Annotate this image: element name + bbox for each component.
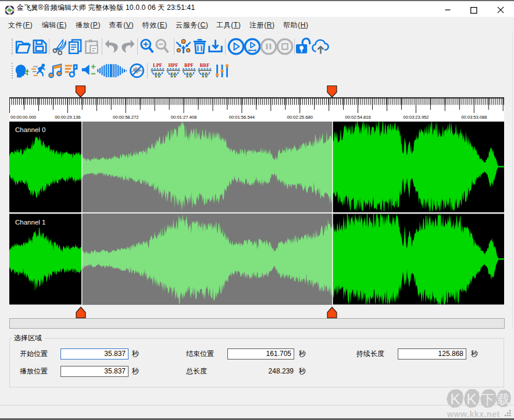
svg-text:BRF: BRF	[200, 62, 210, 68]
svg-text:载: 载	[497, 392, 510, 407]
svg-text:00:02:25.680: 00:02:25.680	[287, 115, 313, 120]
svg-text:00:02:54.816: 00:02:54.816	[345, 115, 370, 120]
svg-text:LPF: LPF	[153, 62, 162, 68]
svg-text:00:00:00.000: 00:00:00.000	[10, 115, 36, 120]
svg-text:K: K	[466, 390, 477, 408]
svg-text:Channel 0: Channel 0	[15, 126, 45, 133]
svg-text:HPF: HPF	[169, 62, 179, 68]
svg-text:00:01:56.544: 00:01:56.544	[229, 115, 255, 120]
svg-text:下: 下	[481, 392, 495, 407]
svg-text:BPF: BPF	[184, 62, 194, 68]
svg-text:K: K	[450, 390, 461, 408]
svg-text:00:00:58.272: 00:00:58.272	[113, 115, 138, 120]
svg-text:00:01:27.408: 00:01:27.408	[171, 115, 197, 120]
svg-text:00:03:23.952: 00:03:23.952	[403, 115, 429, 120]
svg-text:Channel 1: Channel 1	[15, 219, 45, 226]
svg-text:00:03:53.088: 00:03:53.088	[461, 115, 487, 120]
svg-text:00:00:29.136: 00:00:29.136	[55, 115, 80, 120]
